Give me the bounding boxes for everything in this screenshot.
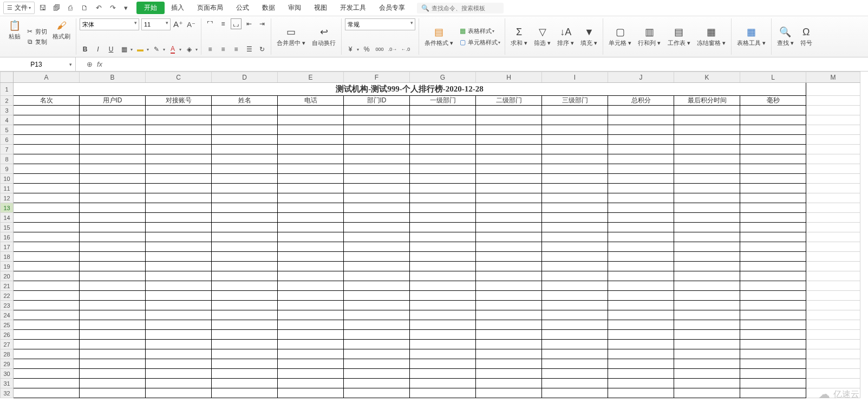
cell-G32[interactable]	[410, 388, 476, 398]
cell-C27[interactable]	[146, 340, 212, 349]
cell-L19[interactable]	[740, 262, 806, 271]
cell-F15[interactable]	[344, 223, 410, 232]
cell-G26[interactable]	[410, 330, 476, 340]
cell-J18[interactable]	[608, 252, 674, 262]
find-button[interactable]: 🔍查找 ▾	[775, 25, 796, 48]
cell-M28[interactable]	[806, 349, 860, 359]
cell-G6[interactable]	[410, 135, 476, 145]
cell-G15[interactable]	[410, 223, 476, 232]
cell-H29[interactable]	[476, 359, 542, 369]
header-cell-L2[interactable]: 毫秒	[740, 96, 806, 106]
italic-button[interactable]: I	[93, 44, 103, 55]
cell-I13[interactable]	[542, 203, 608, 213]
cell-D8[interactable]	[212, 154, 278, 164]
cell-E19[interactable]	[278, 262, 344, 271]
header-cell-D2[interactable]: 姓名	[212, 96, 278, 106]
fx-icon[interactable]: fx	[97, 60, 102, 68]
cell-M12[interactable]	[806, 193, 860, 203]
cell-B23[interactable]	[80, 301, 146, 310]
cell-I5[interactable]	[542, 125, 608, 135]
cell-E25[interactable]	[278, 320, 344, 330]
cell-M31[interactable]	[806, 379, 860, 388]
col-header-B[interactable]: B	[80, 72, 146, 83]
align-left-icon[interactable]: ≡	[205, 44, 216, 55]
row-header-13[interactable]: 13	[1, 203, 14, 213]
cell-A29[interactable]	[14, 359, 80, 369]
header-cell-A2[interactable]: 名次	[14, 96, 80, 106]
row-header-8[interactable]: 8	[1, 154, 14, 164]
cell-H25[interactable]	[476, 320, 542, 330]
header-cell-F2[interactable]: 部门ID	[344, 96, 410, 106]
cell-A3[interactable]	[14, 106, 80, 115]
cell-C5[interactable]	[146, 125, 212, 135]
cell-F29[interactable]	[344, 359, 410, 369]
cell-B3[interactable]	[80, 106, 146, 115]
align-right-icon[interactable]: ≡	[231, 44, 242, 55]
cell-E20[interactable]	[278, 271, 344, 281]
cell-A13[interactable]	[14, 203, 80, 213]
cell-A31[interactable]	[14, 379, 80, 388]
ribbon-tab-0[interactable]: 开始	[136, 2, 165, 14]
cell-D21[interactable]	[212, 281, 278, 291]
row-header-31[interactable]: 31	[1, 379, 14, 388]
cell-L13[interactable]	[740, 203, 806, 213]
cell-I17[interactable]	[542, 242, 608, 252]
cell-D6[interactable]	[212, 135, 278, 145]
cell-E13[interactable]	[278, 203, 344, 213]
cell-H5[interactable]	[476, 125, 542, 135]
cell-L24[interactable]	[740, 310, 806, 320]
cell-B29[interactable]	[80, 359, 146, 369]
cell-E27[interactable]	[278, 340, 344, 349]
cell-K18[interactable]	[674, 252, 740, 262]
cell-D9[interactable]	[212, 164, 278, 174]
cell-B10[interactable]	[80, 174, 146, 184]
header-cell-H2[interactable]: 二级部门	[476, 96, 542, 106]
cell-L29[interactable]	[740, 359, 806, 369]
row-header-18[interactable]: 18	[1, 252, 14, 262]
row-header-9[interactable]: 9	[1, 164, 14, 174]
cell-D4[interactable]	[212, 115, 278, 125]
cell-B31[interactable]	[80, 379, 146, 388]
table-tools-button[interactable]: ▦表格工具 ▾	[735, 25, 768, 48]
cell-H28[interactable]	[476, 349, 542, 359]
cell-B22[interactable]	[80, 291, 146, 301]
cell-M10[interactable]	[806, 174, 860, 184]
cell-L31[interactable]	[740, 379, 806, 388]
cell-J24[interactable]	[608, 310, 674, 320]
cell-C21[interactable]	[146, 281, 212, 291]
orientation-icon[interactable]: ↻	[257, 44, 267, 55]
cell-H13[interactable]	[476, 203, 542, 213]
cell-E21[interactable]	[278, 281, 344, 291]
row-header-2[interactable]: 2	[1, 96, 14, 106]
col-header-A[interactable]: A	[14, 72, 80, 83]
cell-L20[interactable]	[740, 271, 806, 281]
cell-M25[interactable]	[806, 320, 860, 330]
cell-F8[interactable]	[344, 154, 410, 164]
increase-decimal-icon[interactable]: .0→	[387, 44, 398, 55]
cell-A11[interactable]	[14, 184, 80, 193]
font-color-button[interactable]: A	[167, 44, 178, 55]
cell-G9[interactable]	[410, 164, 476, 174]
cell-K30[interactable]	[674, 369, 740, 379]
cell-C16[interactable]	[146, 232, 212, 242]
cell-H9[interactable]	[476, 164, 542, 174]
cell-E29[interactable]	[278, 359, 344, 369]
cell-G8[interactable]	[410, 154, 476, 164]
cell-A8[interactable]	[14, 154, 80, 164]
cell-A16[interactable]	[14, 232, 80, 242]
cell-I26[interactable]	[542, 330, 608, 340]
cell-L30[interactable]	[740, 369, 806, 379]
cell-E31[interactable]	[278, 379, 344, 388]
cell-L22[interactable]	[740, 291, 806, 301]
cell-E5[interactable]	[278, 125, 344, 135]
print-icon[interactable]: ⎙	[66, 4, 75, 12]
header-cell-E2[interactable]: 电话	[278, 96, 344, 106]
cell-J19[interactable]	[608, 262, 674, 271]
cell-K10[interactable]	[674, 174, 740, 184]
cell-K19[interactable]	[674, 262, 740, 271]
cell-B9[interactable]	[80, 164, 146, 174]
cell-C24[interactable]	[146, 310, 212, 320]
cell-L25[interactable]	[740, 320, 806, 330]
cell-K13[interactable]	[674, 203, 740, 213]
cell-L28[interactable]	[740, 349, 806, 359]
